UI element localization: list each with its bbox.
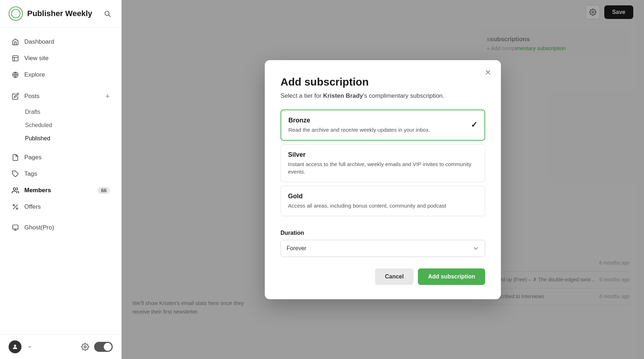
sidebar-item-pages[interactable]: Pages — [3, 150, 118, 165]
sidebar-item-scheduled[interactable]: Scheduled — [3, 119, 118, 132]
sidebar-item-posts[interactable]: Posts + — [3, 88, 118, 105]
sidebar-footer — [0, 334, 121, 359]
sidebar-item-offers[interactable]: Offers — [3, 199, 118, 215]
sidebar-item-drafts[interactable]: Drafts — [3, 106, 118, 118]
layout-icon — [11, 54, 19, 62]
sidebar-item-label-posts: Posts — [24, 93, 40, 100]
app-title: Publisher Weekly — [27, 9, 98, 18]
sidebar-item-label-view-site: View site — [24, 55, 49, 62]
tier-bronze[interactable]: Bronze Read the archive and receive week… — [280, 110, 485, 141]
posts-add-icon[interactable]: + — [105, 92, 110, 101]
search-icon[interactable] — [102, 8, 113, 19]
add-subscription-modal: Add subscription Select a tier for Krist… — [265, 60, 501, 299]
tier-bronze-desc: Read the archive and receive weekly upda… — [288, 126, 430, 134]
duration-label: Duration — [280, 230, 485, 236]
tier-silver-name: Silver — [288, 151, 478, 159]
sidebar-item-tags[interactable]: Tags — [3, 166, 118, 182]
svg-point-11 — [16, 208, 18, 209]
sidebar-header: Publisher Weekly — [0, 0, 121, 28]
sidebar-nav: Dashboard View site Explore — [0, 28, 121, 334]
tier-gold[interactable]: Gold Access all areas, including bonus c… — [280, 186, 485, 216]
sidebar-item-published[interactable]: Published — [3, 132, 118, 145]
sidebar-item-label-offers: Offers — [24, 203, 41, 210]
svg-point-14 — [84, 346, 86, 348]
tag-icon — [11, 170, 19, 178]
sidebar-item-members[interactable]: Members 66 — [3, 183, 118, 198]
modal-close-button[interactable] — [482, 67, 494, 78]
sidebar: Publisher Weekly Dashboard View site — [0, 0, 122, 359]
app-logo — [9, 6, 23, 21]
globe-icon — [11, 71, 19, 79]
sidebar-item-label-explore: Explore — [24, 71, 45, 78]
tier-gold-desc: Access all areas, including bonus conten… — [288, 202, 446, 209]
duration-section: Duration Forever — [280, 230, 485, 257]
members-icon — [11, 186, 19, 194]
svg-line-9 — [13, 205, 18, 209]
tier-silver-desc: Instant access to the full archive, week… — [288, 160, 478, 175]
tier-list: Bronze Read the archive and receive week… — [280, 110, 485, 220]
published-label: Published — [25, 135, 50, 142]
user-avatar[interactable] — [9, 340, 21, 353]
cancel-button[interactable]: Cancel — [375, 268, 414, 285]
footer-right — [81, 342, 113, 352]
members-badge: 66 — [98, 187, 110, 194]
modal-title: Add subscription — [280, 76, 485, 88]
svg-point-10 — [13, 204, 14, 206]
user-chevron-icon[interactable] — [27, 344, 32, 349]
home-icon — [11, 38, 19, 46]
drafts-label: Drafts — [25, 109, 40, 115]
modal-footer: Cancel Add subscription — [280, 268, 485, 285]
tier-gold-name: Gold — [288, 193, 446, 200]
modal-overlay: Add subscription Select a tier for Krist… — [122, 0, 644, 359]
edit-icon — [11, 92, 19, 100]
sidebar-item-label-pages: Pages — [24, 154, 42, 161]
sidebar-item-label-dashboard: Dashboard — [24, 38, 54, 45]
sidebar-item-dashboard[interactable]: Dashboard — [3, 34, 118, 50]
sidebar-item-view-site[interactable]: View site — [3, 50, 118, 66]
duration-value: Forever — [287, 245, 306, 252]
svg-line-1 — [109, 15, 111, 17]
sidebar-item-label-tags: Tags — [24, 170, 37, 178]
sidebar-item-ghost-pro[interactable]: Ghost(Pro) — [3, 220, 118, 236]
scheduled-label: Scheduled — [25, 122, 52, 128]
main-content: Save ssubscriptions + Add compimentary s… — [122, 0, 644, 359]
modal-subtitle: Select a tier for Kristen Brady's compli… — [280, 92, 485, 100]
settings-icon[interactable] — [81, 343, 89, 351]
svg-point-13 — [14, 345, 16, 347]
svg-point-8 — [13, 188, 16, 190]
tier-bronze-name: Bronze — [288, 117, 430, 124]
add-subscription-button[interactable]: Add subscription — [418, 268, 485, 285]
tier-bronze-checkmark: ✓ — [471, 120, 477, 130]
logo-inner — [11, 9, 20, 18]
svg-rect-2 — [13, 56, 18, 61]
sidebar-item-explore[interactable]: Explore — [3, 67, 118, 83]
sidebar-item-label-ghost-pro: Ghost(Pro) — [24, 224, 54, 231]
pages-icon — [11, 154, 19, 161]
duration-select[interactable]: Forever — [280, 240, 485, 257]
tier-silver[interactable]: Silver Instant access to the full archiv… — [280, 144, 485, 182]
ghost-pro-icon — [11, 224, 19, 232]
offers-icon — [11, 203, 19, 211]
toggle-knob — [104, 343, 112, 351]
sidebar-item-label-members: Members — [24, 187, 51, 194]
svg-rect-12 — [13, 225, 18, 229]
theme-toggle[interactable] — [94, 342, 113, 352]
